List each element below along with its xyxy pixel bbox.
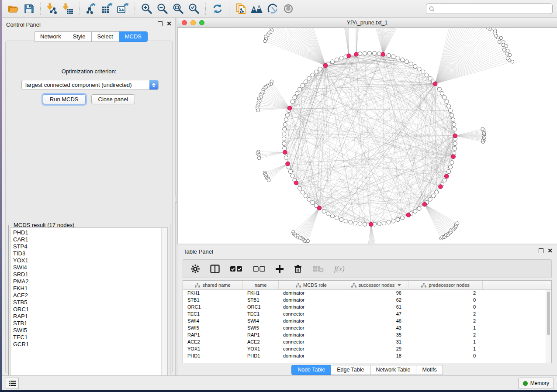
table-row[interactable]: YOX1YOX1connector291: [183, 346, 551, 353]
cell-MCDS-role[interactable]: connector: [279, 346, 344, 353]
mcds-result-node[interactable]: ACE2: [13, 292, 167, 299]
network-node[interactable]: [400, 58, 404, 62]
network-node[interactable]: [435, 190, 439, 194]
network-node[interactable]: [282, 141, 286, 145]
network-node[interactable]: [451, 118, 455, 122]
refresh-icon[interactable]: [211, 2, 225, 16]
show-graphics-details-icon[interactable]: [281, 2, 295, 16]
cell-name[interactable]: YOX1: [243, 346, 279, 353]
cell-name[interactable]: TEC1: [243, 311, 279, 318]
network-node[interactable]: [443, 96, 446, 100]
network-node[interactable]: [453, 141, 457, 145]
table-row[interactable]: FKH1FKH1dominator962: [183, 290, 551, 297]
cell-predecessor-nodes[interactable]: 2: [408, 290, 483, 297]
network-node[interactable]: [387, 53, 391, 57]
tab-network-table[interactable]: Network Table: [370, 365, 416, 375]
select-all-icon[interactable]: [230, 266, 242, 272]
search-field[interactable]: [426, 3, 553, 14]
mcds-result-node[interactable]: SWI5: [13, 327, 167, 334]
network-window-titlebar[interactable]: YPA_prune.txt_1: [177, 18, 557, 28]
cell-predecessor-nodes[interactable]: 1: [408, 339, 483, 346]
leaf-node[interactable]: [506, 57, 509, 60]
network-node[interactable]: [284, 156, 288, 160]
table-scrollbar-thumb[interactable]: [547, 292, 550, 335]
leaf-node[interactable]: [481, 127, 484, 131]
network-node[interactable]: [405, 60, 408, 64]
network-node[interactable]: [425, 73, 429, 77]
network-node[interactable]: [285, 113, 289, 117]
network-node[interactable]: [311, 73, 315, 77]
network-node[interactable]: [428, 197, 432, 201]
network-node[interactable]: [339, 217, 343, 221]
network-node[interactable]: [298, 87, 302, 91]
network-node[interactable]: [304, 80, 308, 84]
column-header-MCDS-role[interactable]: MCDS role: [279, 281, 344, 289]
mcds-hub-node[interactable]: [347, 54, 351, 58]
cell-name[interactable]: FKH1: [243, 290, 279, 297]
cell-MCDS-role[interactable]: dominator: [279, 353, 344, 360]
cell-MCDS-role[interactable]: dominator: [279, 304, 344, 311]
network-node[interactable]: [413, 209, 417, 213]
search-input[interactable]: [437, 5, 550, 12]
network-node[interactable]: [363, 52, 367, 55]
close-table-panel-icon[interactable]: ✕: [547, 248, 553, 253]
network-node[interactable]: [400, 216, 404, 220]
export-table-icon[interactable]: [100, 2, 114, 16]
column-header-predecessor-nodes[interactable]: predecessor nodes: [408, 281, 483, 289]
cell-name[interactable]: PHD1: [243, 353, 279, 360]
network-node[interactable]: [344, 219, 348, 223]
tab-style[interactable]: Style: [67, 31, 91, 42]
mcds-result-node[interactable]: TEC1: [13, 334, 167, 341]
mcds-hub-node[interactable]: [444, 174, 449, 179]
network-node[interactable]: [450, 161, 454, 165]
network-node[interactable]: [413, 64, 417, 68]
mcds-hub-node[interactable]: [422, 202, 427, 206]
leaf-node[interactable]: [506, 49, 509, 52]
network-node[interactable]: [377, 222, 381, 226]
network-graph[interactable]: [178, 28, 557, 244]
network-node[interactable]: [396, 217, 400, 221]
network-node[interactable]: [396, 56, 400, 60]
cell-name[interactable]: RAP1: [243, 332, 279, 339]
cell-successor-nodes[interactable]: 62: [344, 297, 408, 304]
import-network-icon[interactable]: [45, 2, 59, 16]
network-node[interactable]: [284, 118, 288, 122]
network-node[interactable]: [335, 216, 339, 220]
network-node[interactable]: [437, 87, 441, 91]
clone-network-icon[interactable]: [234, 2, 248, 16]
cell-MCDS-role[interactable]: connector: [279, 325, 344, 332]
network-node[interactable]: [372, 52, 376, 55]
network-node[interactable]: [417, 206, 421, 210]
network-node[interactable]: [446, 169, 450, 173]
tab-motifs[interactable]: Motifs: [416, 365, 443, 375]
tab-select[interactable]: Select: [91, 31, 119, 42]
table-row[interactable]: PHD1PHD1dominator180: [183, 353, 551, 360]
network-node[interactable]: [421, 70, 425, 74]
mcds-hub-node[interactable]: [369, 222, 374, 227]
cell-predecessor-nodes[interactable]: 0: [408, 297, 483, 304]
network-node[interactable]: [387, 220, 391, 224]
mcds-hub-node[interactable]: [294, 181, 298, 185]
leaf-node[interactable]: [256, 109, 260, 112]
table-row[interactable]: TEC1TEC1connector472: [183, 311, 551, 318]
cell-name[interactable]: SWI4: [243, 318, 279, 325]
network-node[interactable]: [330, 214, 334, 218]
node-table[interactable]: shared namenameMCDS rolesuccessor nodesp…: [183, 280, 552, 363]
delete-column-trash-icon[interactable]: [294, 265, 302, 273]
cell-successor-nodes[interactable]: 18: [344, 353, 408, 360]
cell-MCDS-role[interactable]: dominator: [279, 332, 344, 339]
cell-MCDS-role[interactable]: connector: [279, 339, 344, 346]
open-file-icon[interactable]: [6, 2, 20, 16]
mcds-hub-node[interactable]: [286, 162, 290, 166]
mcds-result-node[interactable]: FKH1: [13, 285, 167, 292]
mcds-result-node[interactable]: YOX1: [13, 257, 167, 264]
network-overview-icon[interactable]: [250, 2, 264, 16]
table-row[interactable]: ORC1ORC1dominator610: [183, 304, 551, 311]
mcds-result-node[interactable]: CAR1: [13, 236, 167, 243]
cell-successor-nodes[interactable]: 35: [344, 332, 408, 339]
mcds-result-node[interactable]: STP4: [13, 243, 167, 250]
network-node[interactable]: [353, 221, 357, 225]
network-node[interactable]: [382, 221, 386, 225]
zoom-out-icon[interactable]: [156, 2, 170, 16]
cell-shared-name[interactable]: FKH1: [183, 290, 243, 297]
